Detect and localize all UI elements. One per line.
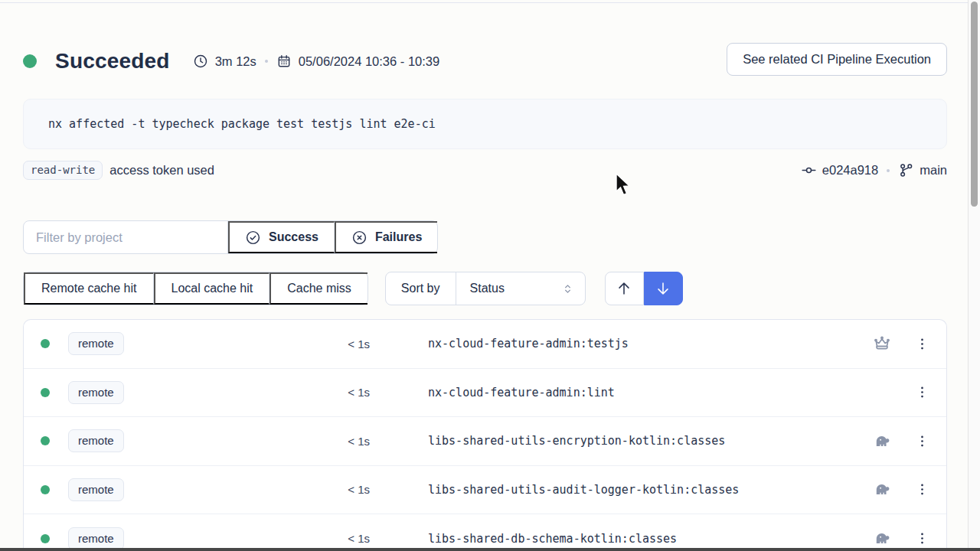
vcs-separator bbox=[887, 169, 890, 172]
check-circle-icon bbox=[245, 230, 261, 246]
sort-by-label: Sort by bbox=[386, 272, 456, 305]
task-success-dot bbox=[41, 388, 50, 397]
meta-separator bbox=[265, 60, 268, 63]
calendar-icon bbox=[276, 54, 292, 69]
task-name: libs-shared-utils-encryption-kotlin:clas… bbox=[428, 434, 871, 448]
task-duration: < 1s bbox=[155, 337, 370, 350]
tab-remote-cache-hit[interactable]: Remote cache hit bbox=[24, 272, 154, 305]
tab-cache-miss[interactable]: Cache miss bbox=[270, 272, 368, 305]
date-meta: 05/06/2024 10:36 - 10:39 bbox=[276, 54, 439, 69]
filter-success-button[interactable]: Success bbox=[228, 221, 335, 253]
status-dot bbox=[23, 54, 37, 68]
cache-filter-group: Remote cache hit Local cache hit Cache m… bbox=[23, 272, 368, 305]
task-name: nx-cloud-feature-admin:testjs bbox=[428, 337, 871, 350]
task-duration: < 1s bbox=[155, 435, 370, 448]
project-filter-input[interactable] bbox=[24, 221, 228, 253]
jest-icon bbox=[873, 334, 891, 353]
task-name: libs-shared-utils-audit-logger-kotlin:cl… bbox=[428, 483, 871, 497]
sort-direction-group bbox=[605, 272, 683, 305]
duration-text: 3m 12s bbox=[215, 54, 256, 69]
task-name: libs-shared-db-schema-kotlin:classes bbox=[428, 532, 871, 546]
vcs-info: e024a918 main bbox=[801, 162, 947, 178]
task-cache-badge: remote bbox=[68, 381, 124, 404]
task-menu-button[interactable] bbox=[914, 434, 929, 448]
sort-group: Sort by Status bbox=[385, 272, 586, 305]
task-tool-icon-slot bbox=[871, 334, 893, 353]
task-list: remote < 1s nx-cloud-feature-admin:testj… bbox=[23, 319, 947, 551]
task-row[interactable]: remote < 1s nx-cloud-feature-admin:testj… bbox=[24, 320, 946, 369]
sort-field-select[interactable]: Status bbox=[456, 272, 585, 305]
gradle-elephant-icon bbox=[873, 432, 892, 451]
filter-success-label: Success bbox=[269, 230, 318, 244]
branch-icon bbox=[898, 162, 914, 178]
bottom-window-edge bbox=[0, 548, 980, 551]
duration-meta: 3m 12s bbox=[193, 54, 256, 69]
date-range-text: 05/06/2024 10:36 - 10:39 bbox=[299, 54, 439, 69]
task-name: nx-cloud-feature-admin:lint bbox=[428, 386, 871, 399]
task-row[interactable]: remote < 1s libs-shared-utils-encryption… bbox=[24, 417, 946, 466]
task-row[interactable]: remote < 1s libs-shared-db-schema-kotlin… bbox=[24, 514, 946, 551]
task-success-dot bbox=[41, 485, 50, 494]
task-tool-icon-slot bbox=[871, 432, 893, 451]
task-menu-button[interactable] bbox=[914, 531, 929, 546]
task-success-dot bbox=[41, 534, 50, 543]
run-header: Succeeded 3m 12s 05/06/2024 10:36 - 10:3… bbox=[23, 44, 947, 78]
task-row[interactable]: remote < 1s libs-shared-utils-audit-logg… bbox=[24, 466, 946, 515]
task-tool-icon-slot bbox=[871, 529, 893, 548]
token-scope-badge: read-write bbox=[23, 161, 103, 180]
task-menu-button[interactable] bbox=[914, 482, 929, 497]
run-command: nx affected -t typecheck package test te… bbox=[23, 99, 947, 149]
chevron-updown-icon bbox=[561, 282, 574, 295]
clock-icon bbox=[193, 54, 208, 69]
task-cache-badge: remote bbox=[68, 332, 124, 355]
related-pipeline-button[interactable]: See related CI Pipeline Execution bbox=[727, 43, 947, 76]
commit-sha[interactable]: e024a918 bbox=[822, 163, 878, 178]
task-menu-button[interactable] bbox=[914, 385, 929, 399]
gradle-elephant-icon bbox=[873, 529, 892, 548]
task-filter-group: Success Failures bbox=[23, 220, 438, 254]
token-text: access token used bbox=[109, 163, 214, 178]
commit-icon bbox=[801, 162, 817, 178]
access-token-info: read-write access token used bbox=[23, 161, 214, 180]
sort-ascending-button[interactable] bbox=[605, 272, 644, 305]
sort-field-value: Status bbox=[470, 282, 505, 295]
task-cache-badge: remote bbox=[68, 429, 124, 452]
filter-failures-label: Failures bbox=[375, 230, 422, 244]
scrollbar-track[interactable] bbox=[968, 0, 980, 551]
branch-name[interactable]: main bbox=[920, 163, 947, 178]
x-circle-icon bbox=[351, 230, 368, 246]
task-success-dot bbox=[41, 436, 50, 445]
page-title: Succeeded bbox=[55, 49, 170, 73]
task-duration: < 1s bbox=[155, 532, 370, 545]
task-menu-button[interactable] bbox=[914, 337, 929, 351]
scrollbar-thumb[interactable] bbox=[971, 2, 978, 207]
gradle-elephant-icon bbox=[873, 480, 892, 499]
task-success-dot bbox=[41, 339, 50, 348]
sort-descending-button[interactable] bbox=[644, 272, 683, 305]
task-row[interactable]: remote < 1s nx-cloud-feature-admin:lint bbox=[24, 369, 946, 418]
task-duration: < 1s bbox=[155, 386, 370, 399]
task-cache-badge: remote bbox=[68, 478, 124, 501]
task-tool-icon-slot bbox=[871, 480, 893, 499]
task-duration: < 1s bbox=[155, 483, 370, 496]
tab-local-cache-hit[interactable]: Local cache hit bbox=[154, 272, 270, 305]
filter-failures-button[interactable]: Failures bbox=[335, 221, 437, 253]
task-cache-badge: remote bbox=[68, 527, 124, 550]
